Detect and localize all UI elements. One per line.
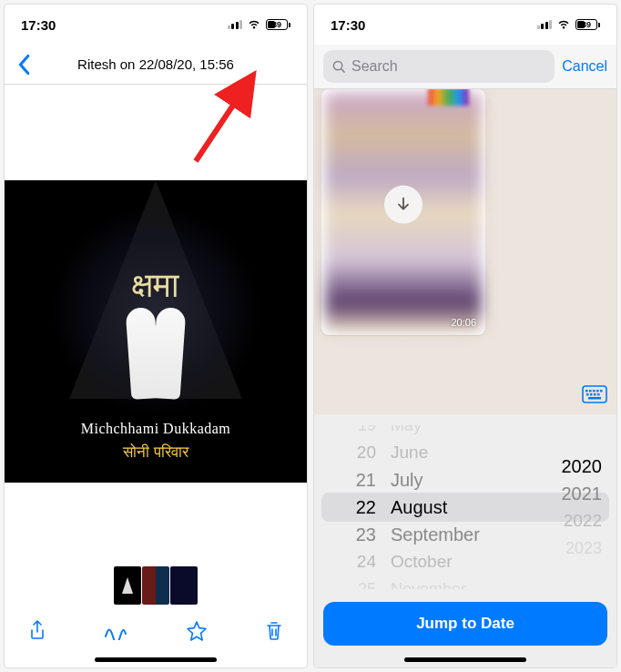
battery-icon: 39 [575, 19, 600, 30]
status-time: 17:30 [331, 17, 365, 33]
media-image[interactable]: क्षमा Michchhami Dukkadam सोनी परिवार [5, 180, 307, 483]
picker-day-column[interactable]: 19 20 21 22 23 24 25 [314, 425, 385, 589]
status-bar: 17:30 39 [314, 5, 616, 45]
share-icon[interactable] [28, 620, 46, 646]
status-time: 17:30 [21, 17, 56, 33]
image-text-line2: सोनी परिवार [123, 443, 188, 462]
svg-rect-7 [596, 390, 599, 392]
download-button[interactable] [384, 186, 422, 224]
nav-header: Ritesh on 22/08/20, 15:56 [5, 45, 307, 85]
trash-icon[interactable] [265, 620, 283, 646]
image-text-line1: Michchhami Dukkadam [81, 421, 231, 437]
star-icon[interactable] [186, 620, 208, 646]
message-timestamp: 20:06 [451, 317, 476, 328]
status-indicators: 39 [537, 19, 601, 30]
svg-rect-8 [600, 390, 603, 392]
phone-left: 17:30 39 Ritesh on 22/08/20, 15:56 क्षमा [4, 4, 308, 668]
thumbnail[interactable] [114, 566, 141, 605]
svg-rect-11 [594, 393, 596, 396]
chat-area[interactable]: 20:06 [314, 89, 616, 414]
battery-icon: 39 [266, 19, 290, 30]
cellular-signal-icon [228, 20, 243, 29]
wifi-icon [247, 19, 261, 30]
svg-rect-10 [590, 393, 593, 396]
search-row: Search Cancel [314, 45, 616, 89]
message-bubble[interactable]: 20:06 [321, 89, 485, 335]
search-icon [332, 60, 346, 74]
picker-wheels[interactable]: 19 20 21 22 23 24 25 May June July Augus [314, 425, 616, 589]
thumbnail[interactable] [170, 566, 198, 605]
wifi-icon [556, 19, 571, 30]
phone-right: 17:30 39 Search Cancel [313, 4, 617, 668]
svg-rect-4 [585, 390, 588, 392]
svg-rect-9 [586, 393, 589, 396]
search-placeholder: Search [351, 58, 398, 75]
page-title: Ritesh on 22/08/20, 15:56 [5, 56, 307, 72]
search-input[interactable]: Search [323, 50, 555, 83]
jump-to-date-button[interactable]: Jump to Date [323, 602, 607, 646]
svg-rect-6 [593, 390, 596, 392]
svg-line-2 [341, 68, 344, 71]
image-viewer: क्षमा Michchhami Dukkadam सोनी परिवार [5, 85, 307, 560]
bottom-toolbar [5, 611, 307, 655]
status-indicators: 39 [228, 19, 291, 30]
svg-rect-5 [589, 390, 592, 392]
date-picker: 19 20 21 22 23 24 25 May June July Augus [314, 414, 616, 667]
picker-month-column[interactable]: May June July August September October N… [385, 425, 534, 589]
thumbnail[interactable] [142, 566, 169, 605]
thumbnail-strip [5, 560, 307, 611]
status-bar: 17:30 39 [5, 5, 307, 45]
cancel-button[interactable]: Cancel [562, 58, 607, 75]
picker-year-column[interactable]: 2020 2021 2022 2023 [534, 425, 616, 589]
home-indicator[interactable] [95, 657, 217, 662]
svg-rect-13 [588, 397, 601, 400]
keyboard-toggle-icon[interactable] [582, 385, 607, 407]
home-indicator[interactable] [404, 657, 526, 662]
svg-rect-12 [597, 393, 600, 396]
back-button[interactable] [15, 54, 32, 76]
cellular-signal-icon [537, 20, 553, 29]
markup-icon[interactable] [104, 622, 127, 644]
